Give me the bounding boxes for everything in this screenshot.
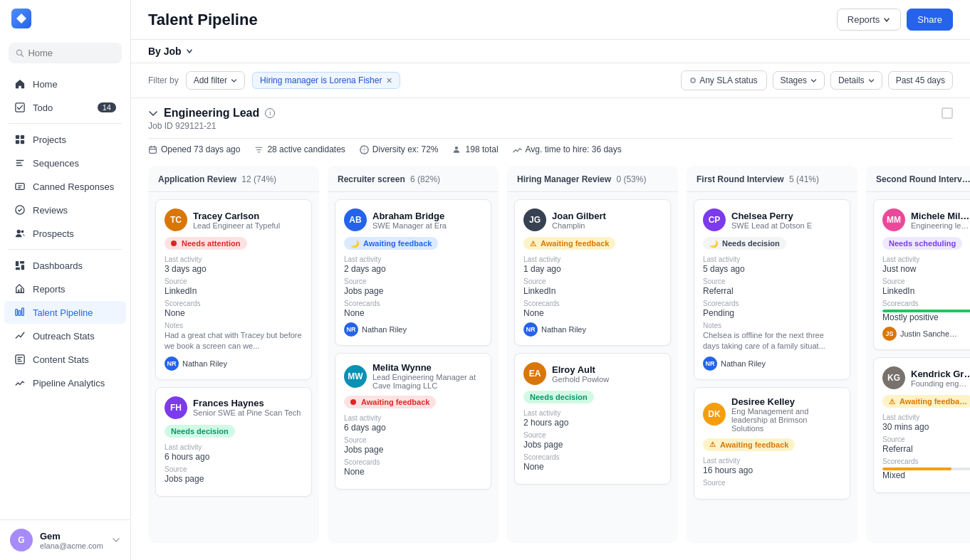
card-person: FH Frances Haynes Senior SWE at Pine Sca…	[165, 396, 303, 419]
candidate-avatar: AB	[344, 208, 367, 231]
last-activity-value: 30 mins ago	[882, 422, 970, 432]
share-button[interactable]: Share	[907, 9, 953, 31]
candidate-name: Michele Mil…	[911, 211, 969, 221]
sidebar-item-todo[interactable]: Todo 14	[4, 96, 126, 119]
scorecards-value: Mixed	[882, 470, 970, 480]
sidebar-item-projects[interactable]: Projects	[4, 128, 126, 151]
people-icon	[453, 145, 462, 154]
collapse-icon[interactable]	[148, 108, 158, 118]
recruiter-avatar: NR	[165, 356, 179, 371]
filter-chip-close[interactable]: ×	[386, 75, 392, 85]
candidate-card[interactable]: MM Michele Mil… Engineering le… Needs sc…	[873, 199, 970, 350]
job-info-icon[interactable]: i	[265, 108, 275, 118]
svg-rect-15	[21, 265, 24, 270]
reports-button[interactable]: Reports	[837, 9, 902, 31]
card-person: EA Elroy Ault Gerhold Powlow	[523, 362, 662, 385]
sidebar-item-talent-pipeline[interactable]: Talent Pipeline	[4, 301, 126, 324]
sidebar-item-canned-responses[interactable]: Canned Responses	[4, 175, 126, 198]
last-activity-value: 3 days ago	[165, 264, 303, 274]
nav-label-outreach: Outreach Stats	[33, 331, 95, 342]
scorecards-field: Scorecards Pending	[703, 300, 841, 318]
job-stat-opened: Opened 73 days ago	[148, 144, 240, 154]
recruiter-name: Justin Sanche…	[900, 329, 957, 338]
main-content: Talent Pipeline Reports Share By Job Fil…	[131, 0, 970, 560]
filter-by-label: Filter by	[148, 75, 179, 85]
nav-label-canned: Canned Responses	[33, 181, 114, 192]
last-activity-field: Last activity 5 days ago	[703, 255, 841, 274]
search-box[interactable]	[9, 43, 122, 63]
nav-label-projects: Projects	[33, 134, 66, 145]
candidate-card[interactable]: FH Frances Haynes Senior SWE at Pine Sca…	[155, 387, 312, 497]
stages-button[interactable]: Stages	[773, 71, 825, 90]
col-count: 0 (53%)	[614, 174, 646, 184]
candidate-card[interactable]: EA Elroy Ault Gerhold Powlow Needs decis…	[514, 353, 671, 485]
job-id: Job ID 929121-21	[148, 121, 953, 131]
scorecards-value: None	[523, 308, 662, 318]
job-stat-text-2: Diversity ex: 72%	[372, 144, 439, 154]
job-checkbox[interactable]	[942, 107, 953, 119]
candidate-name: Kendrick Gr…	[911, 369, 970, 379]
nav-label-prospects: Prospects	[33, 228, 74, 239]
scorecards-value: Mostly positive	[882, 312, 970, 322]
sidebar-item-reports[interactable]: Reports	[4, 278, 126, 300]
scorecards-field: Scorecards None	[344, 458, 482, 477]
sidebar: Home Todo 14 Projects Sequences	[0, 0, 131, 560]
logo-icon[interactable]	[11, 9, 31, 28]
user-profile[interactable]: G Gem elana@acme.com	[0, 519, 130, 560]
svg-rect-12	[16, 261, 19, 266]
candidate-company: Engineering le…	[911, 221, 969, 230]
sla-status-button[interactable]: Any SLA status	[681, 70, 766, 90]
sidebar-item-analytics[interactable]: Pipeline Analytics	[4, 371, 126, 394]
col-title: First Round Interview	[697, 174, 784, 184]
status-tag: ⚠Awaiting feedba…	[882, 395, 970, 408]
search-icon	[16, 48, 24, 58]
sidebar-item-outreach[interactable]: Outreach Stats	[4, 324, 126, 347]
scorecards-value: None	[344, 467, 482, 477]
chevron-down-icon	[112, 536, 120, 544]
last-activity-value: 1 day ago	[523, 264, 662, 274]
last-activity-field: Last activity 3 days ago	[165, 255, 303, 274]
reports-btn-label: Reports	[848, 14, 880, 25]
sidebar-item-content[interactable]: Content Stats	[4, 348, 126, 371]
share-btn-label: Share	[917, 14, 942, 25]
nav-label-reports: Reports	[33, 284, 66, 295]
pipeline-icon	[14, 307, 26, 318]
sidebar-item-sequences[interactable]: Sequences	[4, 152, 126, 174]
candidate-card[interactable]: KG Kendrick Gr… Founding eng… ⚠Awaiting …	[873, 357, 970, 493]
candidate-name: Desiree Kelley	[731, 396, 841, 407]
kanban-col-recruiter-screen: Recruiter screen 6 (82%) AB Abraham Brid…	[328, 166, 499, 543]
sidebar-item-prospects[interactable]: Prospects	[4, 222, 126, 245]
svg-point-25	[454, 147, 457, 149]
todo-badge: 14	[98, 102, 116, 112]
scorecards-field: Scorecards None	[165, 300, 303, 318]
active-filter-chip[interactable]: Hiring manager is Lorena Fisher ×	[252, 72, 400, 89]
candidate-card[interactable]: AB Abraham Bridge SWE Manager at Era 🌙Aw…	[335, 199, 491, 346]
col-count: 12 (74%)	[239, 174, 276, 184]
by-job-label: By Job	[148, 46, 182, 57]
col-header-app-review: Application Review 12 (74%)	[148, 166, 319, 192]
col-cards-app-review: TC Tracey Carlson Lead Engineer at Typef…	[148, 192, 319, 543]
source-field: Source Jobs page	[165, 465, 303, 484]
sidebar-item-home[interactable]: Home	[4, 73, 126, 95]
sidebar-item-dashboards[interactable]: Dashboards	[4, 254, 126, 277]
job-section: Engineering Lead i Job ID 929121-21 Open…	[131, 98, 970, 160]
past-days-button[interactable]: Past 45 days	[888, 71, 953, 90]
candidate-card[interactable]: JG Joan Gilbert Champlin ⚠Awaiting feedb…	[514, 199, 671, 346]
svg-rect-8	[16, 184, 24, 190]
sidebar-item-reviews[interactable]: Reviews	[4, 199, 126, 221]
job-stat-total: 198 total	[453, 144, 499, 154]
kanban-col-app-review: Application Review 12 (74%) TC Tracey Ca…	[148, 166, 319, 543]
candidate-card[interactable]: TC Tracey Carlson Lead Engineer at Typef…	[155, 199, 312, 380]
projects-icon	[14, 134, 26, 145]
search-input[interactable]	[28, 48, 115, 58]
by-job-chevron-icon	[186, 48, 193, 55]
job-stats: Opened 73 days ago 28 active candidates …	[148, 138, 953, 160]
add-filter-button[interactable]: Add filter	[186, 71, 245, 90]
details-button[interactable]: Details	[830, 71, 882, 90]
candidate-card[interactable]: DK Desiree Kelley Eng Management and lea…	[694, 387, 850, 500]
col-cards-recruiter-screen: AB Abraham Bridge SWE Manager at Era 🌙Aw…	[328, 192, 499, 543]
candidate-card[interactable]: MW Melita Wynne Lead Engineering Manager…	[335, 353, 491, 490]
source-field: Source Jobs page	[344, 436, 482, 455]
candidate-card[interactable]: CP Chelsea Perry SWE Lead at Dotson E 🌙N…	[694, 199, 850, 380]
card-person: CP Chelsea Perry SWE Lead at Dotson E	[703, 208, 841, 231]
